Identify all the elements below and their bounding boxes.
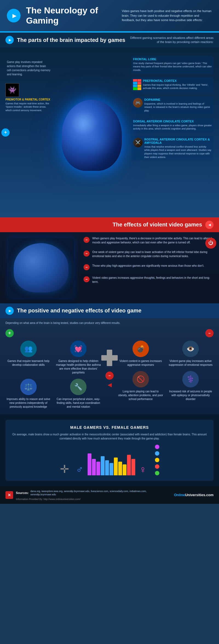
- sources-x-icon: ✕: [5, 491, 13, 499]
- positive-card-3: ⚖️ Improves ability to reason and solve …: [5, 379, 51, 409]
- info-provided: Information Provided By: http://www.onli…: [16, 498, 171, 501]
- male-symbol: ♂: [76, 464, 83, 475]
- prefrontal-title: PREFRONTAL CORTEX: [143, 79, 212, 82]
- effects-header: The effects of violent video games: [0, 217, 219, 232]
- effects-back-icon: [205, 221, 214, 229]
- bomb-icon: 💣: [132, 341, 149, 357]
- dot-3: [155, 458, 159, 462]
- dot-1: [155, 445, 159, 449]
- positive-card-4: 🔧 Can improve peripheral vision, way-fin…: [56, 379, 102, 409]
- bar-1: [88, 453, 91, 475]
- gender-dots: [155, 445, 159, 475]
- plus-badge: +: [5, 329, 14, 337]
- rostral-title: ROSTRAL ANTERIOR CINGULATE CORTEX & AMYG…: [144, 138, 212, 144]
- eye-icon: 👁️: [182, 341, 199, 357]
- brain-section-play-icon: [5, 36, 14, 44]
- sources-bar: ✕ Sources: dana.org, ieeexplore.ieee.org…: [0, 486, 219, 504]
- logo-group: OnlineUniversities.com: [174, 493, 214, 497]
- dorsal-label: DORSAL ANTERIOR CINGULATE CORTEX Immedia…: [131, 118, 214, 132]
- positive-text-2: Games designed to help children manage h…: [56, 359, 102, 375]
- bar-9: [123, 464, 126, 475]
- effect-item-4: − Violent video games increases aggressi…: [83, 276, 215, 284]
- posneg-section: Depending on what area of the brain is b…: [0, 318, 219, 414]
- header-description: Video games have both positive and negat…: [122, 9, 212, 22]
- dorsal-text: Immediately after firing a weapon in a v…: [133, 124, 212, 131]
- negative-text-4: Increased risk of seizures in people wit…: [168, 390, 214, 401]
- negative-card-1: 💣 Violent content in games increases agg…: [118, 341, 164, 367]
- prefrontal-text: Games that require logical thinking, lik…: [143, 83, 212, 90]
- gender-section: MALE GAMERS VS. FEMALE GAMERS On average…: [0, 414, 219, 486]
- dopamine-label: 🎮 DOPAMINE Dopamine, which is involved i…: [131, 96, 214, 114]
- premotor-title: PREMOTOR & PARIETAL CORTEX: [5, 98, 52, 101]
- posneg-grid: + 👥 Games that require teamwork help dev…: [0, 326, 219, 414]
- bar-3: [96, 462, 100, 475]
- positive-text-3: Improves ability to reason and solve new…: [5, 397, 51, 409]
- effect-minus-3: −: [83, 264, 90, 270]
- effect-item-2: − One week of violent game play can lead…: [83, 250, 215, 258]
- female-side: ♀: [139, 464, 147, 475]
- negative-text-1: Violent content in games increases aggre…: [118, 359, 164, 367]
- bar-11: [131, 459, 135, 475]
- center-col: − ◀: [101, 329, 118, 409]
- frontal-lobe-title: FRONTAL LOBE: [133, 58, 212, 61]
- gender-visual: ✛ ♂: [11, 445, 208, 475]
- dopamine-text: Dopamine, which is involved in learning …: [144, 102, 212, 113]
- frontal-lobe-text: One study claimed frequent players can g…: [133, 62, 212, 72]
- bar-10: [127, 455, 131, 475]
- negative-col: − 💣 Violent content in games increases a…: [118, 329, 214, 409]
- positive-text-4: Can improve peripheral vision, way-findi…: [56, 397, 102, 409]
- header-title: The Neurology of Gaming: [26, 5, 116, 26]
- gender-title: MALE GAMERS VS. FEMALE GAMERS: [11, 425, 208, 430]
- effect-minus-4: −: [83, 276, 90, 282]
- brain-section-subtitle: Different gaming scenarios and situation…: [129, 36, 214, 44]
- add-button[interactable]: +: [1, 128, 10, 137]
- dot-2: [155, 451, 159, 456]
- brain-left-col: Game play involves repeated actions that…: [5, 53, 52, 212]
- gender-bars: [88, 448, 135, 475]
- effect-item-1: − When gamers play frequently, there's a…: [83, 236, 215, 245]
- teamwork-icon: 👥: [20, 341, 37, 357]
- effects-brain-visual: [0, 232, 82, 303]
- negative-text-3: Long-term playing can lead to obesity, a…: [118, 390, 164, 401]
- positive-col: + 👥 Games that require teamwork help dev…: [5, 329, 101, 409]
- bar-5: [105, 460, 109, 475]
- rostral-label: ⚔️ ROSTRAL ANTERIOR CINGULATE CORTEX & A…: [131, 136, 214, 160]
- dpad-icon: [101, 350, 118, 366]
- rostral-text: Areas that resolve emotional conflict sh…: [144, 145, 212, 159]
- brain-right-col: FRONTAL LOBE One study claimed frequent …: [131, 53, 214, 212]
- dot-4: [155, 464, 159, 469]
- brain-left-text: Game play involves repeated actions that…: [5, 59, 52, 78]
- sources-label-group: Sources: dana.org, ieeexplore.ieee.org, …: [16, 490, 171, 501]
- male-side: ♂: [76, 464, 83, 475]
- minus-badge: −: [205, 329, 214, 337]
- sources-label: Sources:: [16, 491, 29, 495]
- brain-section-header: The parts of the brain impacted by games…: [0, 32, 219, 48]
- no-bulb-icon: 🚫: [132, 371, 149, 387]
- negative-card-3: 🚫 Long-term playing can lead to obesity,…: [118, 371, 164, 401]
- effect-text-3: Those who play high-aggression games are…: [92, 264, 204, 268]
- effects-list: − When gamers play frequently, there's a…: [82, 232, 219, 294]
- positive-text-1: Games that require teamwork help develop…: [5, 359, 51, 367]
- effect-item-3: − Those who play high-aggression games a…: [83, 264, 215, 270]
- bar-8: [118, 462, 122, 475]
- medical-icon: ⚕️: [182, 371, 199, 387]
- logo-blue: Online: [174, 493, 185, 497]
- effect-text-1: When gamers play frequently, there's a d…: [92, 236, 215, 245]
- posneg-intro: Depending on what area of the brain is b…: [0, 318, 219, 326]
- premotor-text: Games that require real-time action, lik…: [5, 102, 52, 112]
- prefrontal-label: PREFRONTAL CORTEX Games that require log…: [131, 77, 214, 93]
- gender-desc: On average, male brains show a much grea…: [11, 432, 208, 441]
- effect-text-4: Violent video games increases aggressive…: [92, 276, 215, 284]
- logo-white: Universities.com: [185, 493, 214, 497]
- sources-text: dana.org, ieeexplore.ieee.org, serendip.…: [30, 490, 171, 496]
- effect-minus-2: −: [83, 251, 90, 257]
- bar-2: [92, 459, 96, 475]
- positive-card-2: 💓 Games designed to help children manage…: [56, 341, 102, 375]
- minus-indicator: −: [105, 372, 114, 380]
- bar-4: [101, 456, 105, 475]
- effects-content: ⏻ − When gamers play frequently, there's…: [0, 232, 219, 303]
- arrow-right-icon: ◀: [108, 381, 112, 388]
- balance-icon: ⚖️: [20, 379, 37, 395]
- premotor-label: PREMOTOR & PARIETAL CORTEX Games that re…: [5, 98, 52, 112]
- gender-box: MALE GAMERS VS. FEMALE GAMERS On average…: [5, 420, 214, 481]
